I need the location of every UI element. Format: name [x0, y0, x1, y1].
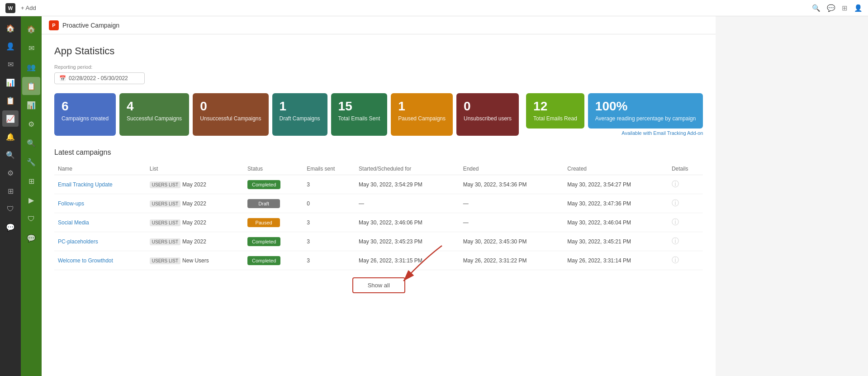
- stat-card-avg-reading-pct: 100% Average reading percentage by campa…: [588, 93, 703, 129]
- status-badge: Completed: [247, 256, 280, 265]
- latest-campaigns-title: Latest campaigns: [54, 148, 703, 157]
- info-icon[interactable]: ⓘ: [672, 199, 679, 207]
- status-badge: Paused: [247, 218, 280, 227]
- stat-card-total-emails-sent: 15 Total Emails Sent: [331, 93, 388, 136]
- date-range-value: 02/28/2022 - 05/30/2022: [69, 75, 128, 81]
- nav-settings[interactable]: ⚙: [2, 165, 19, 181]
- sidebar-settings[interactable]: ⚙: [22, 115, 40, 133]
- info-icon[interactable]: ⓘ: [672, 180, 679, 188]
- users-list-badge: USERS LIST: [150, 181, 180, 188]
- campaign-details-cell: ⓘ: [668, 194, 703, 213]
- green-sidebar: 🏠 ✉ 👥 📋 📊 ⚙ 🔍 🔧 ⊞ ▶ 🛡 💬: [21, 16, 42, 376]
- nav-home[interactable]: 🏠: [2, 20, 19, 36]
- sidebar-campaigns[interactable]: 📋: [22, 77, 40, 95]
- stat-card-unsubscribed-users: 0 Unsubscribed users: [456, 93, 519, 136]
- search-icon[interactable]: 🔍: [812, 4, 821, 12]
- sidebar-gear[interactable]: 🔧: [22, 153, 40, 171]
- info-icon[interactable]: ⓘ: [672, 237, 679, 245]
- campaign-name-cell: Email Tracking Update: [54, 175, 146, 194]
- add-button[interactable]: + Add: [21, 5, 36, 11]
- campaign-ended-cell: May 30, 2022, 3:54:36 PM: [460, 175, 564, 194]
- user-avatar[interactable]: 👤: [854, 4, 863, 12]
- campaign-ended-cell: May 26, 2022, 3:31:22 PM: [460, 251, 564, 270]
- stat-card-successful-campaigns: 4 Successful Campaigns: [119, 93, 189, 136]
- campaign-created-cell: May 26, 2022, 3:31:14 PM: [564, 251, 668, 270]
- campaign-ended-cell: —: [460, 194, 564, 213]
- table-row: Social Media USERS LISTMay 2022 Paused 3…: [54, 213, 703, 232]
- campaign-details-cell: ⓘ: [668, 232, 703, 251]
- sidebar-analytics[interactable]: 📊: [22, 96, 40, 114]
- table-row: Welcome to Growthdot USERS LISTNew Users…: [54, 251, 703, 270]
- campaign-name-link[interactable]: Email Tracking Update: [58, 181, 113, 188]
- show-all-button[interactable]: Show all: [352, 277, 405, 293]
- campaign-name-link[interactable]: Social Media: [58, 219, 89, 226]
- nav-notifications[interactable]: 🔔: [2, 129, 19, 145]
- campaign-name-link[interactable]: Welcome to Growthdot: [58, 257, 113, 264]
- campaign-created-cell: May 30, 2022, 3:47:36 PM: [564, 194, 668, 213]
- campaign-list-cell: USERS LISTMay 2022: [146, 175, 244, 194]
- sidebar-search2[interactable]: 🔍: [22, 134, 40, 152]
- sidebar-apps2[interactable]: ⊞: [22, 172, 40, 190]
- stats-row: 6 Campaigns created 4 Successful Campaig…: [54, 93, 703, 136]
- campaign-name-link[interactable]: PC-placeholders: [58, 238, 98, 245]
- nav-contacts[interactable]: 👤: [2, 38, 19, 54]
- campaign-status-cell: Completed: [244, 232, 303, 251]
- app-title: Proactive Campaign: [62, 22, 119, 29]
- campaign-details-cell: ⓘ: [668, 213, 703, 232]
- main-content: App Statistics Reporting period: 📅 02/28…: [42, 34, 716, 376]
- sidebar-shield2[interactable]: 🛡: [22, 210, 40, 228]
- addon-note[interactable]: Available with Email Tracking Add-on: [526, 130, 703, 136]
- col-started: Started/Scheduled for: [355, 163, 460, 175]
- sidebar-bubble[interactable]: 💬: [22, 229, 40, 247]
- campaign-started-cell: May 30, 2022, 3:45:23 PM: [355, 232, 460, 251]
- show-all-wrapper: Show all: [54, 277, 703, 293]
- nav-analytics[interactable]: 📈: [2, 110, 19, 127]
- sidebar-mail[interactable]: ✉: [22, 39, 40, 57]
- status-badge: Completed: [247, 237, 280, 246]
- stat-card-total-emails-read: 12 Total Emails Read: [526, 93, 584, 129]
- campaign-emails-sent-cell: 3: [303, 175, 355, 194]
- addon-cards-wrapper: 12 Total Emails Read 100% Average readin…: [526, 93, 703, 136]
- nav-mail[interactable]: ✉: [2, 56, 19, 72]
- nav-shield[interactable]: 🛡: [2, 201, 19, 217]
- table-row: Email Tracking Update USERS LISTMay 2022…: [54, 175, 703, 194]
- stat-card-paused-campaigns: 1 Paused Campaigns: [391, 93, 453, 136]
- campaign-started-cell: —: [355, 194, 460, 213]
- stat-card-draft-campaigns: 1 Draft Campaigns: [272, 93, 327, 136]
- grid-icon[interactable]: ⊞: [842, 4, 848, 12]
- nav-reports[interactable]: 📊: [2, 74, 19, 90]
- info-icon[interactable]: ⓘ: [672, 256, 679, 264]
- app-icon: P: [49, 20, 59, 30]
- campaign-name-cell: PC-placeholders: [54, 232, 146, 251]
- users-list-badge: USERS LIST: [150, 257, 180, 264]
- info-icon[interactable]: ⓘ: [672, 218, 679, 226]
- table-row: Follow-ups USERS LISTMay 2022 Draft 0 — …: [54, 194, 703, 213]
- nav-chat[interactable]: 💬: [2, 219, 19, 235]
- sidebar-users[interactable]: 👥: [22, 58, 40, 76]
- status-badge: Completed: [247, 180, 280, 189]
- reporting-period-label: Reporting period:: [54, 64, 703, 70]
- campaigns-table: Name List Status Emails sent Started/Sch…: [54, 163, 703, 270]
- campaign-emails-sent-cell: 0: [303, 194, 355, 213]
- nav-search[interactable]: 🔍: [2, 147, 19, 163]
- campaign-status-cell: Completed: [244, 251, 303, 270]
- sidebar-video[interactable]: ▶: [22, 191, 40, 209]
- nav-lists[interactable]: 📋: [2, 92, 19, 109]
- sidebar-home[interactable]: 🏠: [22, 20, 40, 38]
- campaign-ended-cell: —: [460, 213, 564, 232]
- left-icon-nav: 🏠 👤 ✉ 📊 📋 📈 🔔 🔍 ⚙ ⊞ 🛡 💬: [0, 16, 21, 376]
- date-range-input[interactable]: 📅 02/28/2022 - 05/30/2022: [54, 72, 145, 84]
- campaign-name-link[interactable]: Follow-ups: [58, 200, 84, 207]
- col-list: List: [146, 163, 244, 175]
- chat-icon[interactable]: 💬: [827, 4, 835, 12]
- campaign-details-cell: ⓘ: [668, 175, 703, 194]
- campaign-status-cell: Draft: [244, 194, 303, 213]
- status-badge: Draft: [247, 199, 280, 208]
- campaign-list-cell: USERS LISTMay 2022: [146, 232, 244, 251]
- stat-card-unsuccessful-campaigns: 0 Unsuccessful Campaigns: [193, 93, 268, 136]
- campaign-emails-sent-cell: 3: [303, 251, 355, 270]
- nav-apps[interactable]: ⊞: [2, 183, 19, 199]
- campaign-emails-sent-cell: 3: [303, 213, 355, 232]
- col-ended: Ended: [460, 163, 564, 175]
- campaign-started-cell: May 26, 2022, 3:31:15 PM: [355, 251, 460, 270]
